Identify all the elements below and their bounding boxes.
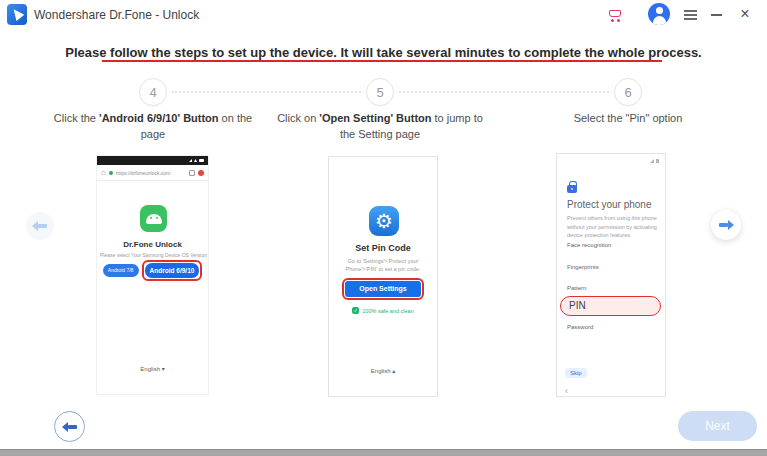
url-text: https://drfoneunlock.com	[116, 170, 186, 176]
step-circle-4: 4	[139, 78, 167, 106]
option-face-recognition: Face recognition	[567, 242, 611, 248]
cart-wheel	[611, 19, 614, 22]
step-connector	[172, 91, 361, 93]
titlebar: Wondershare Dr.Fone - Unlock ×	[0, 0, 767, 30]
step-circle-6: 6	[614, 78, 642, 106]
language-selector: English ▴	[329, 367, 437, 374]
back-button[interactable]	[54, 411, 85, 442]
browser-page-body: Dr.Fone Unlock Please select Your Samsun…	[97, 181, 208, 394]
browser-menu-icon	[198, 170, 204, 176]
page-heading: Please follow the steps to set up the de…	[0, 45, 767, 60]
safety-note-row: ✓ 100% safe and clean	[329, 307, 437, 314]
open-settings-button: Open Settings	[345, 281, 421, 297]
protect-phone-description: Prevent others from using this phone wit…	[567, 214, 659, 240]
cart-basket	[609, 10, 621, 17]
battery-icon	[199, 159, 204, 162]
menu-icon[interactable]	[684, 10, 697, 20]
left-arrow-icon	[38, 224, 47, 228]
step-4-instruction: Click the 'Android 6/9/10' Button on the…	[43, 111, 263, 143]
phone-status-icons	[650, 159, 659, 163]
step-text-bold: 'Open Setting' Button	[319, 112, 431, 124]
android-6-9-10-button: Android 6/9/10	[145, 263, 200, 278]
step-text: Click on	[277, 112, 319, 124]
shield-check-icon: ✓	[352, 307, 359, 314]
screenshot-step6-protect: Protect your phone Prevent others from u…	[556, 153, 666, 397]
next-button[interactable]: Next	[678, 411, 757, 441]
cart-wheel	[617, 19, 620, 22]
option-password: Password	[567, 324, 593, 330]
safety-note-text: 100% safe and clean	[362, 308, 413, 314]
set-pin-description: Go to 'Settings'>'Protect your Phone'>'P…	[334, 257, 432, 274]
screenshot-stage: Wondershare Dr.Fone - Unlock × Please fo…	[0, 0, 767, 456]
protect-phone-title: Protect your phone	[567, 199, 652, 210]
step-5-instruction: Click on 'Open Setting' Button to jump t…	[270, 111, 490, 143]
pin-option-red-annotation: PIN	[560, 296, 661, 316]
back-arrow-icon	[68, 425, 77, 429]
red-annotation-box: Open Settings	[342, 278, 424, 300]
option-pin: PIN	[569, 300, 586, 311]
drfone-logo-icon	[7, 4, 27, 25]
step-text: Select the "Pin" option	[574, 112, 683, 124]
step-circle-5: 5	[366, 78, 394, 106]
app-window: Wondershare Dr.Fone - Unlock × Please fo…	[0, 0, 767, 450]
back-chevron-icon: ‹	[565, 386, 568, 396]
option-fingerprints: Fingerprints	[567, 264, 599, 270]
red-annotation-box: Android 6/9/10	[142, 260, 203, 281]
right-arrow-icon	[719, 223, 728, 227]
os-buttons-row: Android 7/8 Android 6/9/10	[97, 260, 208, 281]
home-icon: ⌂	[101, 169, 106, 177]
step-text: Click the	[54, 112, 99, 124]
cart-icon[interactable]	[608, 7, 624, 23]
heading-red-underline	[102, 60, 662, 62]
tabs-icon	[189, 170, 195, 176]
step-connector	[399, 91, 609, 93]
step-6-instruction: Select the "Pin" option	[528, 111, 728, 127]
carousel-prev-button[interactable]	[26, 212, 54, 240]
screenshot-step5-setpin: ⚙ Set Pin Code Go to 'Settings'>'Protect…	[328, 156, 438, 397]
drfone-unlock-title: Dr.Fone Unlock	[97, 240, 208, 249]
signal-icon	[189, 159, 192, 162]
set-pin-title: Set Pin Code	[329, 243, 437, 253]
step-text-bold: 'Android 6/9/10' Button	[99, 112, 219, 124]
cursor-glyph	[10, 6, 25, 21]
language-selector: English ▾	[97, 365, 208, 372]
android-7-8-button: Android 7/8	[103, 264, 139, 277]
secure-lock-icon	[109, 171, 113, 175]
skip-button: Skip	[565, 368, 587, 378]
carousel-next-button[interactable]	[711, 210, 741, 240]
lock-icon	[567, 185, 577, 193]
phone-status-bar	[97, 156, 208, 165]
close-button[interactable]: ×	[735, 4, 755, 24]
android-robot-icon	[146, 214, 162, 224]
account-avatar[interactable]	[648, 3, 670, 25]
minimize-button[interactable]	[711, 14, 722, 16]
wifi-icon	[194, 159, 197, 162]
browser-address-bar: ⌂ https://drfoneunlock.com	[97, 165, 208, 181]
option-pattern: Pattern	[567, 285, 586, 291]
android-app-icon	[140, 205, 167, 232]
window-title: Wondershare Dr.Fone - Unlock	[34, 8, 199, 22]
os-version-prompt: Please select Your Samsung Device OS Ver…	[99, 252, 208, 258]
screenshot-step4-browser: ⌂ https://drfoneunlock.com Dr.Fone Unloc…	[96, 155, 209, 395]
settings-gear-icon: ⚙	[369, 206, 399, 236]
